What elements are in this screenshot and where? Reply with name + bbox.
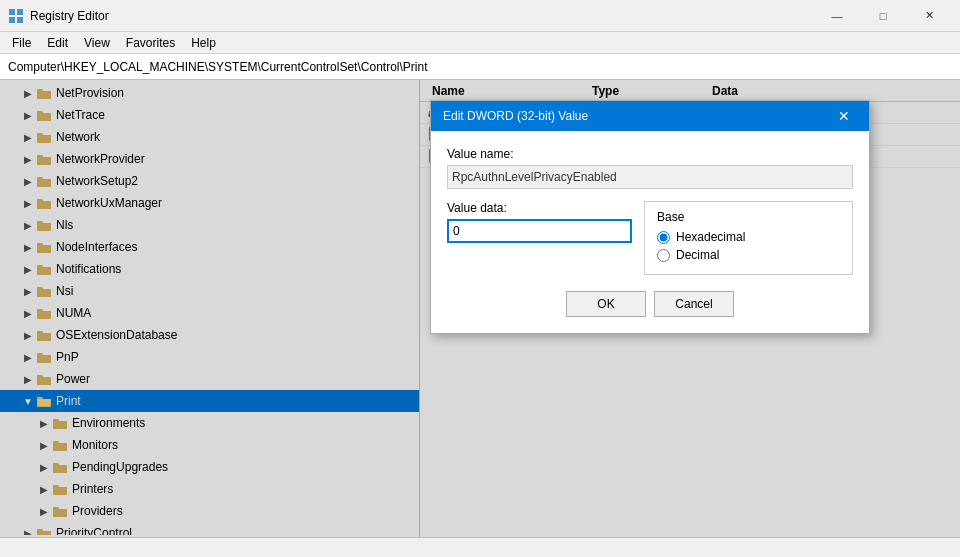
folder-icon (36, 174, 52, 188)
folder-icon (36, 372, 52, 386)
menu-file[interactable]: File (4, 34, 39, 52)
dialog-title-bar: Edit DWORD (32-bit) Value ✕ (431, 101, 869, 131)
svg-rect-3 (17, 17, 23, 23)
main-area: ▶ NetProvision ▶ NetTrace ▶ Network (0, 80, 960, 537)
decimal-radio-row[interactable]: Decimal (657, 248, 840, 262)
tree-label: Monitors (72, 438, 118, 452)
tree-item-osextdatabase[interactable]: ▶ OSExtensionDatabase (0, 324, 419, 346)
tree-label: Nls (56, 218, 73, 232)
tree-label: NUMA (56, 306, 91, 320)
address-path: Computer\HKEY_LOCAL_MACHINE\SYSTEM\Curre… (8, 60, 427, 74)
expand-arrow: ▶ (20, 129, 36, 145)
column-name: Name (428, 82, 588, 100)
hexadecimal-label: Hexadecimal (676, 230, 745, 244)
cancel-button[interactable]: Cancel (654, 291, 734, 317)
folder-icon (36, 262, 52, 276)
window-controls: — □ ✕ (814, 0, 952, 32)
tree-item-providers[interactable]: ▶ Providers (0, 500, 419, 522)
folder-icon (36, 284, 52, 298)
column-type: Type (588, 82, 708, 100)
tree-item-pendingupgrades[interactable]: ▶ PendingUpgrades (0, 456, 419, 478)
tree-item-nettrace[interactable]: ▶ NetTrace (0, 104, 419, 126)
hexadecimal-radio-row[interactable]: Hexadecimal (657, 230, 840, 244)
folder-icon (36, 86, 52, 100)
tree-label: NetworkSetup2 (56, 174, 138, 188)
folder-icon (52, 482, 68, 496)
maximize-button[interactable]: □ (860, 0, 906, 32)
decimal-radio[interactable] (657, 249, 670, 262)
tree-label: PnP (56, 350, 79, 364)
expand-arrow: ▶ (20, 371, 36, 387)
value-data-input[interactable] (447, 219, 632, 243)
tree-label: Nsi (56, 284, 73, 298)
tree-item-networkuxmanager[interactable]: ▶ NetworkUxManager (0, 192, 419, 214)
tree-label: NetProvision (56, 86, 124, 100)
dialog-close-button[interactable]: ✕ (831, 103, 857, 129)
folder-icon (52, 460, 68, 474)
expand-arrow: ▶ (20, 305, 36, 321)
folder-icon (36, 240, 52, 254)
folder-icon (36, 108, 52, 122)
folder-icon (52, 504, 68, 518)
expand-arrow: ▶ (20, 85, 36, 101)
expand-arrow: ▼ (20, 393, 36, 409)
tree-item-pnp[interactable]: ▶ PnP (0, 346, 419, 368)
menu-edit[interactable]: Edit (39, 34, 76, 52)
edit-dword-dialog: Edit DWORD (32-bit) Value ✕ Value name: … (430, 100, 870, 334)
tree-item-nsi[interactable]: ▶ Nsi (0, 280, 419, 302)
value-data-label: Value data: (447, 201, 632, 215)
tree-item-nls[interactable]: ▶ Nls (0, 214, 419, 236)
menu-help[interactable]: Help (183, 34, 224, 52)
close-button[interactable]: ✕ (906, 0, 952, 32)
svg-rect-2 (9, 17, 15, 23)
tree-item-numa[interactable]: ▶ NUMA (0, 302, 419, 324)
column-data: Data (708, 82, 952, 100)
tree-item-monitors[interactable]: ▶ Monitors (0, 434, 419, 456)
expand-arrow: ▶ (20, 107, 36, 123)
tree-label: PriorityControl (56, 526, 132, 535)
tree-item-environments[interactable]: ▶ Environments (0, 412, 419, 434)
tree-item-networkprovider[interactable]: ▶ NetworkProvider (0, 148, 419, 170)
tree-item-notifications[interactable]: ▶ Notifications (0, 258, 419, 280)
expand-arrow: ▶ (20, 525, 36, 535)
tree-label: Notifications (56, 262, 121, 276)
app-icon (8, 8, 24, 24)
tree-item-networksetup2[interactable]: ▶ NetworkSetup2 (0, 170, 419, 192)
menu-bar: File Edit View Favorites Help (0, 32, 960, 54)
folder-icon (36, 130, 52, 144)
ok-button[interactable]: OK (566, 291, 646, 317)
tree-label: Power (56, 372, 90, 386)
folder-icon (36, 350, 52, 364)
minimize-button[interactable]: — (814, 0, 860, 32)
status-bar (0, 537, 960, 557)
title-bar: Registry Editor — □ ✕ (0, 0, 960, 32)
folder-icon (36, 328, 52, 342)
tree-item-nodeinterfaces[interactable]: ▶ NodeInterfaces (0, 236, 419, 258)
tree-item-power[interactable]: ▶ Power (0, 368, 419, 390)
decimal-label: Decimal (676, 248, 719, 262)
dialog-title: Edit DWORD (32-bit) Value (443, 109, 831, 123)
expand-arrow: ▶ (20, 195, 36, 211)
tree-scroll[interactable]: ▶ NetProvision ▶ NetTrace ▶ Network (0, 82, 419, 535)
tree-item-print[interactable]: ▼ Print (0, 390, 419, 412)
tree-item-prioritycontrol[interactable]: ▶ PriorityControl (0, 522, 419, 535)
dialog-buttons: OK Cancel (447, 291, 853, 317)
menu-favorites[interactable]: Favorites (118, 34, 183, 52)
tree-label: PendingUpgrades (72, 460, 168, 474)
menu-view[interactable]: View (76, 34, 118, 52)
tree-item-netprovision[interactable]: ▶ NetProvision (0, 82, 419, 104)
expand-arrow: ▶ (36, 481, 52, 497)
app-title: Registry Editor (30, 9, 814, 23)
dialog-value-row: Value data: Base Hexadecimal Decimal (447, 201, 853, 275)
tree-label: NetTrace (56, 108, 105, 122)
tree-label: Providers (72, 504, 123, 518)
expand-arrow: ▶ (36, 415, 52, 431)
expand-arrow: ▶ (20, 151, 36, 167)
tree-item-printers[interactable]: ▶ Printers (0, 478, 419, 500)
tree-label: OSExtensionDatabase (56, 328, 177, 342)
expand-arrow: ▶ (20, 283, 36, 299)
hexadecimal-radio[interactable] (657, 231, 670, 244)
tree-label: Printers (72, 482, 113, 496)
tree-item-network[interactable]: ▶ Network (0, 126, 419, 148)
dialog-body: Value name: Value data: Base Hexadecimal (431, 131, 869, 333)
